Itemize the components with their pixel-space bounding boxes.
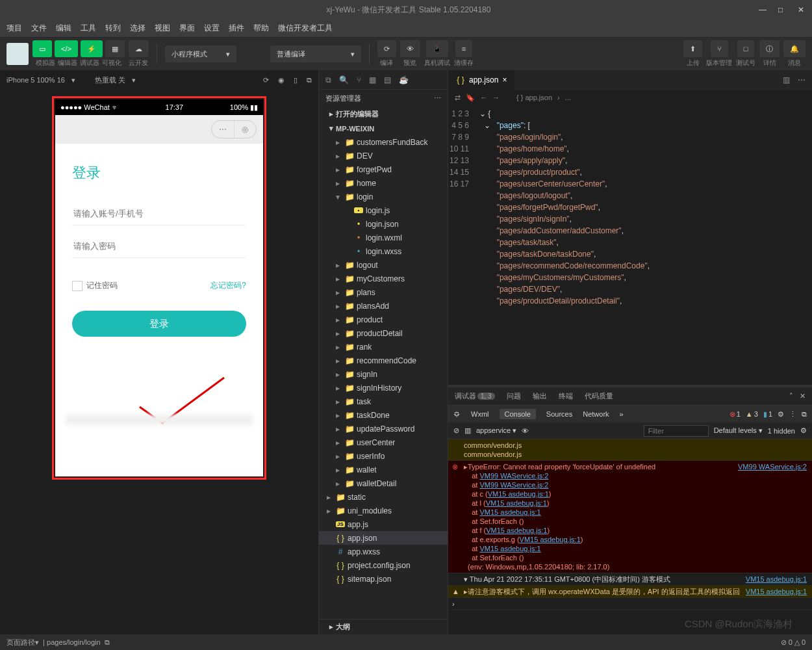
maximize-icon[interactable]: □ xyxy=(778,5,786,14)
close-icon[interactable]: ✕ xyxy=(798,5,806,14)
eye-icon[interactable]: 👁 xyxy=(522,427,529,435)
tree-sitemap.json[interactable]: { }sitemap.json xyxy=(319,572,448,586)
tree-userCenter[interactable]: ▸📁userCenter xyxy=(319,436,448,449)
forgot-link[interactable]: 忘记密码? xyxy=(210,280,246,291)
open-editors-header[interactable]: ▸打开的编辑器 xyxy=(319,107,448,122)
chevron-up-icon[interactable]: ˄ xyxy=(789,392,793,400)
sidebar-icon[interactable]: ▥ xyxy=(464,426,471,435)
filter-input[interactable] xyxy=(644,425,709,437)
tree-walletDetail[interactable]: ▸📁walletDetail xyxy=(319,476,448,490)
right-消息[interactable]: 🔔 xyxy=(783,40,806,57)
context-select[interactable]: appservice ▾ xyxy=(476,426,516,435)
tree-task[interactable]: ▸📁task xyxy=(319,395,448,408)
tab-debugger[interactable]: 调试器1, 3 xyxy=(455,391,495,401)
warn-count[interactable]: ▲3 xyxy=(746,410,758,418)
tree-rank[interactable]: ▸📁rank xyxy=(319,340,448,354)
tree-recommendCode[interactable]: ▸📁recommendCode xyxy=(319,354,448,367)
tree-home[interactable]: ▸📁home xyxy=(319,176,448,190)
tree-signIn[interactable]: ▸📁signIn xyxy=(319,367,448,381)
tree-app.js[interactable]: JSapp.js xyxy=(319,517,448,531)
tree-myCustomers[interactable]: ▸📁myCustomers xyxy=(319,272,448,285)
menu-插件[interactable]: 插件 xyxy=(229,23,244,34)
right-测试号[interactable]: □ xyxy=(737,40,755,57)
back-icon[interactable]: ← xyxy=(480,94,487,101)
more-icon[interactable]: ⋮ xyxy=(789,410,796,419)
tree-productDetail[interactable]: ▸📁productDetail xyxy=(319,326,448,340)
files-icon[interactable]: ⧉ xyxy=(325,75,331,84)
close-tab-icon[interactable]: × xyxy=(502,75,507,84)
search-icon[interactable]: 🔍 xyxy=(339,75,349,84)
code-editor[interactable]: 1 2 3 4 5 6 7 8 9 10 11 12 13 14 15 16 1… xyxy=(448,105,812,385)
tree-uni_modules[interactable]: ▸📁uni_modules xyxy=(319,504,448,517)
popout-icon[interactable]: ⧉ xyxy=(802,410,807,419)
devtab-network[interactable]: Network xyxy=(583,410,609,418)
menu-界面[interactable]: 界面 xyxy=(179,23,195,34)
tree-product[interactable]: ▸📁product xyxy=(319,313,448,326)
username-input[interactable] xyxy=(72,202,246,226)
tab-app-json[interactable]: { }app.json× xyxy=(448,70,514,90)
action-编译[interactable]: ⟳ xyxy=(377,40,396,57)
tree-app.json[interactable]: { }app.json xyxy=(319,531,448,545)
right-版本管理[interactable]: ⑂ xyxy=(711,40,728,57)
menu-微信开发者工具[interactable]: 微信开发者工具 xyxy=(278,23,333,34)
menu-转到[interactable]: 转到 xyxy=(105,23,121,34)
devtab-wxml[interactable]: Wxml xyxy=(471,410,489,418)
bookmark-icon[interactable]: 🔖 xyxy=(466,94,475,102)
clear-icon[interactable]: ⊘ xyxy=(453,426,459,435)
remember-checkbox[interactable] xyxy=(72,281,82,291)
branch-icon[interactable]: ⑂ xyxy=(357,75,361,84)
console-row[interactable]: ⊗VM99 WAService.js:2▸TypeError: Cannot r… xyxy=(448,461,812,573)
tree-plansAdd[interactable]: ▸📁plansAdd xyxy=(319,299,448,313)
menu-设置[interactable]: 设置 xyxy=(204,23,220,34)
menu-项目[interactable]: 项目 xyxy=(6,23,22,34)
debugger-toggle[interactable]: ⚡ xyxy=(81,40,103,57)
tree-login[interactable]: ▾📁login xyxy=(319,190,448,203)
menu-编辑[interactable]: 编辑 xyxy=(56,23,71,34)
simulator-toggle[interactable]: ▭ xyxy=(32,40,52,57)
right-详情[interactable]: ⓘ xyxy=(759,40,780,57)
devtab-more[interactable]: » xyxy=(620,410,624,418)
inspect-icon[interactable]: ⯐ xyxy=(453,410,461,418)
devtab-console[interactable]: Console xyxy=(500,409,536,419)
tree-customersFundBack[interactable]: ▸📁customersFundBack xyxy=(319,135,448,149)
console-row[interactable]: › xyxy=(448,598,812,610)
info-count[interactable]: ▮1 xyxy=(763,410,772,419)
tree-logout[interactable]: ▸📁logout xyxy=(319,258,448,272)
action-真机调试[interactable]: 📱 xyxy=(426,40,448,57)
record-icon[interactable]: ◉ xyxy=(278,76,285,84)
tab-terminal[interactable]: 终端 xyxy=(559,391,573,401)
compile-select[interactable]: 普通编译▾ xyxy=(270,46,361,62)
mode-select[interactable]: 小程序模式▾ xyxy=(165,46,236,62)
menu-工具[interactable]: 工具 xyxy=(81,23,96,34)
error-count[interactable]: ⊗1 xyxy=(730,410,741,419)
status-errors[interactable]: ⊘ 0 △ 0 xyxy=(781,638,806,647)
tree-login.wxss[interactable]: •login.wxss xyxy=(319,244,448,258)
tree-login.json[interactable]: •login.json xyxy=(319,217,448,231)
tree-login.wxml[interactable]: •login.wxml xyxy=(319,231,448,244)
tree-app.wxss[interactable]: #app.wxss xyxy=(319,545,448,558)
tree-project.config.json[interactable]: { }project.config.json xyxy=(319,558,448,572)
device-icon[interactable]: ▯ xyxy=(294,76,298,84)
project-header[interactable]: ▾MP-WEIXIN xyxy=(319,122,448,135)
menu-视图[interactable]: 视图 xyxy=(155,23,170,34)
ext-icon[interactable]: ▦ xyxy=(369,75,376,84)
tree-taskDone[interactable]: ▸📁taskDone xyxy=(319,408,448,422)
editor-toggle[interactable]: </> xyxy=(55,40,78,57)
gear-icon[interactable]: ⚙ xyxy=(778,410,784,419)
menu-选择[interactable]: 选择 xyxy=(130,23,146,34)
close-icon[interactable]: ✕ xyxy=(800,392,806,400)
tree-DEV[interactable]: ▸📁DEV xyxy=(319,149,448,162)
tab-output[interactable]: 输出 xyxy=(533,391,547,401)
tree-forgetPwd[interactable]: ▸📁forgetPwd xyxy=(319,162,448,176)
toggle-icon[interactable]: ⇄ xyxy=(455,94,461,102)
visual-toggle[interactable]: ▦ xyxy=(105,40,125,57)
tree-updatePassword[interactable]: ▸📁updatePassword xyxy=(319,422,448,436)
devtab-sources[interactable]: Sources xyxy=(546,410,572,418)
action-预览[interactable]: 👁 xyxy=(400,40,420,57)
tree-static[interactable]: ▸📁static xyxy=(319,490,448,504)
more-icon[interactable]: ⋯ xyxy=(434,94,441,103)
target-icon[interactable]: ◎ xyxy=(235,121,257,138)
more-icon[interactable]: ⋯ xyxy=(212,121,235,138)
hot-reload[interactable]: 热重载 关 xyxy=(95,75,125,85)
hidden-count[interactable]: 1 hidden xyxy=(768,427,795,435)
